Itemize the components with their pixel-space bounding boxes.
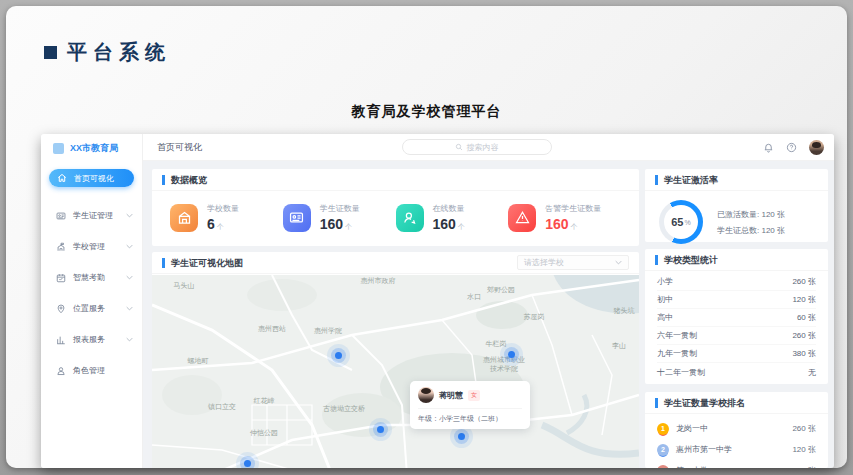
map-label: 郊野公园	[487, 285, 515, 295]
user-icon	[56, 366, 66, 376]
card-header: 学生证激活率	[645, 169, 828, 191]
school-value: 120 张	[792, 444, 816, 455]
top-bar: 首页可视化 搜索内容	[143, 134, 834, 161]
map-label: 牛栏岗	[486, 339, 507, 349]
calendar-icon	[56, 273, 66, 283]
map-label: 红花嶂	[254, 396, 275, 406]
school-type-stats-card: 学校类型统计 小学260 张 初中120 张 高中60 张 六年一贯制260 张…	[645, 249, 828, 384]
search-icon	[455, 143, 463, 151]
school-icon	[56, 242, 66, 252]
logo-icon	[53, 143, 64, 154]
map-marker[interactable]	[335, 352, 342, 359]
stats-row: 学校数量 6个 学生证数量 160个	[152, 191, 639, 232]
dashboard-window: XX市教育局 首页可视化 学生证管理 学校管理	[41, 134, 834, 468]
sidebar-item-label: 学生证管理	[73, 210, 113, 221]
student-info-popup: 蒋明慧 女 年级：小学三年级（二班）	[410, 381, 530, 429]
type-label: 小学	[657, 276, 673, 287]
sidebar-item-school-mgmt[interactable]: 学校管理	[41, 231, 142, 262]
school-type-row: 高中60 张	[657, 309, 816, 327]
school-value: 60 张	[797, 465, 816, 468]
map-marker[interactable]	[377, 426, 384, 433]
type-label: 六年一贯制	[657, 330, 697, 341]
stat-value: 160个	[433, 216, 465, 232]
school-name: 惠州市第一中学	[676, 444, 792, 455]
school-type-row: 九年一贯制380 张	[657, 345, 816, 363]
stat-value: 160个	[320, 216, 360, 232]
activation-stats: 已激活数量: 120 张 学生证总数: 120 张	[717, 204, 785, 241]
map-label: 惠州城市职业技术学院	[482, 356, 526, 374]
map-marker[interactable]	[244, 460, 251, 467]
medal-2-icon: 2	[657, 444, 669, 456]
sidebar-item-home-visualization[interactable]: 首页可视化	[49, 169, 134, 187]
app-logo[interactable]: XX市教育局	[41, 134, 142, 163]
slide-background: 平台系统 教育局及学校管理平台 XX市教育局 首页可视化 学生证管理	[6, 6, 847, 468]
card-header: 学生证可视化地图 请选择学校	[152, 252, 639, 274]
chevron-down-icon	[126, 336, 133, 343]
school-type-row: 初中120 张	[657, 291, 816, 309]
activation-body: 65% 已激活数量: 120 张 学生证总数: 120 张	[645, 191, 828, 244]
school-name: 龙岗一中	[676, 423, 792, 434]
help-icon[interactable]	[786, 142, 797, 153]
map-label: 水口	[467, 292, 481, 302]
data-overview-card: 数据概览 学校数量 6个 学生证数量	[152, 169, 639, 246]
type-value: 380 张	[792, 348, 816, 359]
card-header: 学生证数量学校排名	[645, 392, 828, 414]
sidebar-item-student-card-mgmt[interactable]: 学生证管理	[41, 200, 142, 231]
dashboard-caption: 教育局及学校管理平台	[6, 103, 847, 121]
chevron-down-icon	[126, 305, 133, 312]
map-label: 李山	[612, 341, 626, 351]
breadcrumb: 首页可视化	[157, 141, 202, 154]
gender-badge: 女	[468, 390, 480, 401]
chevron-down-icon	[126, 274, 133, 281]
map-label: 马头山	[174, 281, 195, 291]
sidebar-item-report-service[interactable]: 报表服务	[41, 324, 142, 355]
card-header: 数据概览	[152, 169, 639, 191]
sidebar-item-role-mgmt[interactable]: 角色管理	[41, 355, 142, 386]
map-label: 古塘坳立交桥	[323, 404, 365, 414]
title-bullet-square	[44, 46, 57, 59]
school-type-list: 小学260 张 初中120 张 高中60 张 六年一贯制260 张 九年一贯制3…	[645, 271, 828, 381]
school-type-row: 小学260 张	[657, 273, 816, 291]
stat-label: 告警学生证数量	[545, 203, 601, 214]
card-title: 学生证可视化地图	[162, 258, 243, 268]
type-value: 120 张	[792, 294, 816, 305]
select-placeholder: 请选择学校	[524, 257, 615, 268]
sidebar-item-location-service[interactable]: 位置服务	[41, 293, 142, 324]
sidebar-item-label: 角色管理	[73, 365, 105, 376]
sidebar-item-smart-attendance[interactable]: 智慧考勤	[41, 262, 142, 293]
sidebar-item-label: 位置服务	[73, 303, 105, 314]
type-value: 260 张	[792, 330, 816, 341]
map-canvas[interactable]: 马头山 惠州市政府 惠州西站 惠州学院 螺地町 水口 郊野公园 苏屋岗 牛栏岗 …	[152, 275, 639, 468]
id-card-icon	[56, 211, 66, 221]
stat-label: 在线数量	[433, 203, 465, 214]
sidebar-item-label: 智慧考勤	[73, 272, 105, 283]
home-icon	[57, 173, 67, 183]
sidebar-item-label: 学校管理	[73, 241, 105, 252]
map-label: 猪头坑	[614, 306, 635, 316]
map-label: 惠州市政府	[361, 276, 396, 286]
school-select-dropdown[interactable]: 请选择学校	[517, 255, 629, 270]
map-label: 螺地町	[188, 356, 209, 366]
search-input[interactable]: 搜索内容	[402, 139, 552, 155]
map-label: 惠州西站	[258, 324, 286, 334]
chevron-down-icon	[126, 212, 133, 219]
activation-rate-card: 学生证激活率 65% 已激活数量: 120 张 学生证总数: 120 张	[645, 169, 828, 242]
card-title: 数据概览	[162, 175, 207, 185]
bell-icon[interactable]	[763, 142, 774, 153]
bar-chart-icon	[56, 335, 66, 345]
person-online-icon	[396, 204, 424, 232]
school-type-row: 六年一贯制260 张	[657, 327, 816, 345]
topbar-actions	[763, 134, 824, 161]
chevron-down-icon	[615, 259, 622, 266]
stat-value: 6个	[207, 216, 239, 232]
student-grade: 年级：小学三年级（二班）	[418, 409, 522, 424]
sidebar-item-label: 报表服务	[73, 334, 105, 345]
map-label: 镇口立交	[208, 402, 236, 412]
total-count: 学生证总数: 120 张	[717, 225, 785, 236]
activated-count: 已激活数量: 120 张	[717, 209, 785, 220]
page-title: 平台系统	[67, 39, 171, 66]
card-title: 学生证激活率	[655, 175, 718, 185]
user-avatar[interactable]	[809, 140, 824, 155]
map-marker[interactable]	[458, 433, 465, 440]
map-marker[interactable]	[508, 351, 515, 358]
